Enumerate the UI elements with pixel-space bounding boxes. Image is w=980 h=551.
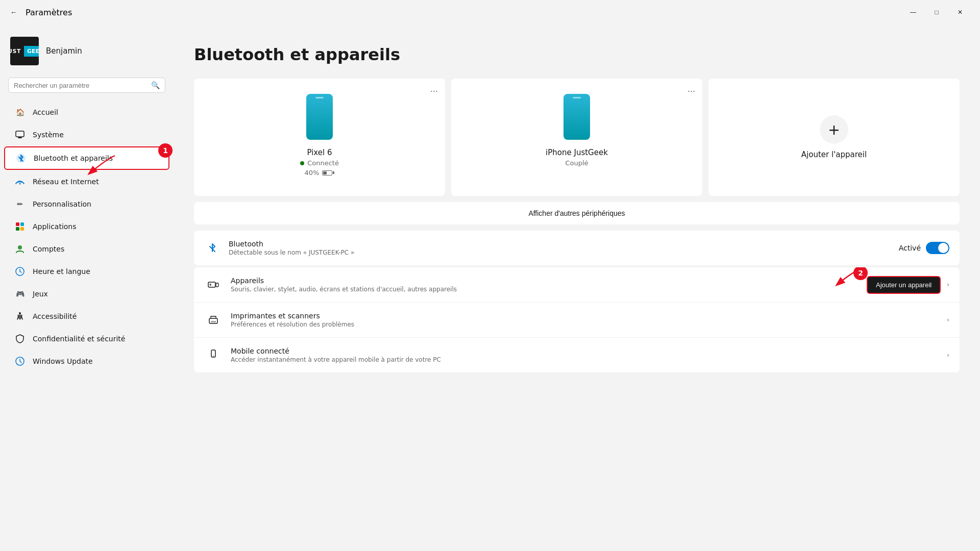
battery-icon	[322, 170, 334, 176]
svg-rect-0	[16, 131, 24, 137]
nav-label-confidentialite: Confidentialité et sécurité	[33, 335, 125, 343]
bluetooth-right: Activé	[899, 242, 949, 254]
home-icon: 🏠	[14, 107, 26, 118]
logo-just: JUST	[10, 46, 24, 57]
nav-label-reseau: Réseau et Internet	[33, 178, 99, 186]
mobile-title: Mobile connecté	[231, 347, 939, 355]
bluetooth-title: Bluetooth	[229, 240, 891, 248]
svg-rect-5	[20, 222, 24, 226]
appareils-icon	[204, 276, 223, 294]
device-menu-pixel6[interactable]: ···	[430, 86, 438, 96]
nav-label-windows-update: Windows Update	[33, 357, 93, 365]
nav-item-windows-update[interactable]: Windows Update	[4, 350, 169, 372]
settings-row-appareils[interactable]: Appareils Souris, clavier, stylet, audio…	[194, 267, 960, 303]
bluetooth-toggle[interactable]	[926, 242, 949, 254]
page-title: Bluetooth et appareils	[194, 45, 960, 64]
bluetooth-icon	[15, 153, 27, 164]
nav-label-accueil: Accueil	[33, 108, 58, 116]
device-name-iphone: iPhone JustGeek	[463, 148, 690, 157]
svg-rect-7	[20, 227, 24, 231]
user-name: Benjamin	[46, 46, 82, 56]
nav-item-perso[interactable]: ✏️ Personnalisation	[4, 193, 169, 215]
nav-item-comptes[interactable]: Comptes	[4, 238, 169, 260]
appareils-text: Appareils Souris, clavier, stylet, audio…	[231, 277, 859, 293]
close-button[interactable]: ✕	[948, 4, 972, 20]
main-content: Bluetooth et appareils ··· Pixel 6 Conne…	[174, 24, 980, 551]
title-bar: ← Paramètres — □ ✕	[0, 0, 980, 24]
device-icon-pixel6	[206, 94, 433, 140]
imprimantes-icon	[204, 311, 223, 329]
nav-label-bluetooth: Bluetooth et appareils	[34, 154, 113, 162]
windows-update-icon	[14, 356, 26, 367]
back-button[interactable]: ←	[8, 6, 19, 18]
app-body: JUST GEEK Benjamin 🔍 🏠 Accueil Système	[0, 24, 980, 551]
add-device-button[interactable]: Ajouter un appareil	[867, 276, 941, 294]
svg-point-17	[213, 356, 214, 357]
status-dot-pixel6	[300, 161, 304, 165]
plus-icon: +	[820, 115, 848, 144]
sidebar: JUST GEEK Benjamin 🔍 🏠 Accueil Système	[0, 24, 174, 551]
avatar: JUST GEEK	[10, 37, 39, 65]
settings-row-mobile[interactable]: Mobile connecté Accéder instantanément à…	[194, 338, 960, 372]
search-icon: 🔍	[151, 81, 160, 89]
nav-label-applications: Applications	[33, 222, 77, 231]
mobile-subtitle: Accéder instantanément à votre appareil …	[231, 356, 939, 363]
phone-icon-pixel6	[306, 94, 333, 140]
device-menu-iphone[interactable]: ···	[688, 86, 695, 96]
imprimantes-text: Imprimantes et scanners Préférences et r…	[231, 312, 939, 328]
device-status-iphone: Couplé	[463, 159, 690, 167]
user-section: JUST GEEK Benjamin	[0, 29, 174, 78]
logo-geek: GEEK	[24, 46, 39, 57]
nav-item-bluetooth[interactable]: Bluetooth et appareils 1	[4, 146, 169, 170]
annotation-1: 1	[158, 143, 173, 158]
imprimantes-right: ›	[947, 316, 949, 323]
time-icon	[14, 266, 26, 277]
device-icon-iphone	[463, 94, 690, 140]
nav-item-heure[interactable]: Heure et langue	[4, 261, 169, 282]
personalization-icon: ✏️	[14, 198, 26, 210]
nav-item-applications[interactable]: Applications	[4, 216, 169, 237]
imprimantes-title: Imprimantes et scanners	[231, 312, 939, 320]
mobile-right: ›	[947, 352, 949, 359]
mobile-icon	[204, 346, 223, 364]
window-controls: — □ ✕	[901, 4, 972, 20]
nav-label-systeme: Système	[33, 131, 64, 139]
logo: JUST GEEK	[10, 46, 39, 57]
svg-rect-6	[16, 227, 19, 231]
nav-item-confidentialite[interactable]: Confidentialité et sécurité	[4, 328, 169, 349]
mobile-text: Mobile connecté Accéder instantanément à…	[231, 347, 939, 363]
nav-label-perso: Personnalisation	[33, 200, 91, 208]
accessibility-icon	[14, 311, 26, 322]
annotation-2: 2	[853, 267, 868, 280]
nav-item-systeme[interactable]: Système	[4, 124, 169, 145]
network-icon	[14, 176, 26, 187]
chevron-icon-mobile: ›	[947, 352, 949, 359]
devices-row: ··· Pixel 6 Connecté 40% ···	[194, 79, 960, 196]
add-device-label: Ajouter l'appareil	[801, 150, 867, 159]
minimize-button[interactable]: —	[901, 4, 925, 20]
svg-point-10	[19, 312, 21, 314]
search-input[interactable]	[14, 82, 147, 89]
nav-item-accessibilite[interactable]: Accessibilité	[4, 306, 169, 327]
add-device-card[interactable]: + Ajouter l'appareil	[708, 79, 960, 196]
chevron-icon-appareils: ›	[947, 281, 949, 288]
chevron-icon-imprimantes: ›	[947, 316, 949, 323]
device-card-iphone[interactable]: ··· iPhone JustGeek Couplé	[451, 79, 702, 196]
accounts-icon	[14, 243, 26, 255]
device-name-pixel6: Pixel 6	[206, 148, 433, 157]
applications-icon	[14, 221, 26, 232]
maximize-button[interactable]: □	[925, 4, 948, 20]
imprimantes-subtitle: Préférences et résolution des problèmes	[231, 321, 939, 328]
nav-item-accueil[interactable]: 🏠 Accueil	[4, 102, 169, 123]
svg-rect-12	[208, 282, 215, 287]
search-box[interactable]: 🔍	[8, 78, 165, 93]
settings-row-imprimantes[interactable]: Imprimantes et scanners Préférences et r…	[194, 303, 960, 338]
svg-rect-13	[216, 283, 218, 287]
show-more-button[interactable]: Afficher d'autres périphériques	[194, 202, 960, 224]
device-card-pixel6[interactable]: ··· Pixel 6 Connecté 40%	[194, 79, 445, 196]
nav-item-jeux[interactable]: 🎮 Jeux	[4, 283, 169, 305]
privacy-icon	[14, 333, 26, 344]
nav-label-heure: Heure et langue	[33, 267, 90, 276]
nav-item-reseau[interactable]: Réseau et Internet	[4, 171, 169, 192]
nav-label-jeux: Jeux	[33, 290, 48, 298]
